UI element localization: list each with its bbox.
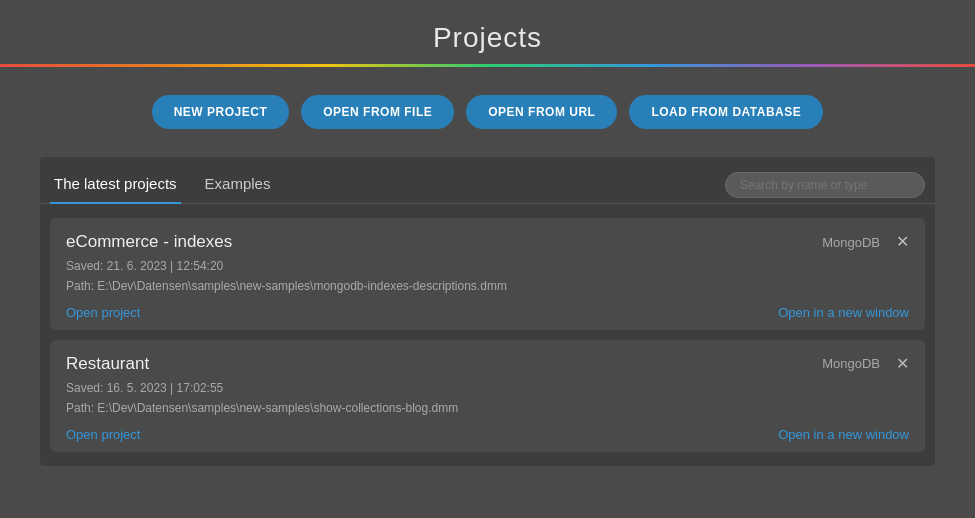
project-db: MongoDB	[822, 356, 880, 371]
project-card-header: Restaurant MongoDB ✕	[66, 354, 909, 374]
page-title: Projects	[0, 22, 975, 54]
search-input[interactable]	[725, 172, 925, 198]
project-name: eCommerce - indexes	[66, 232, 232, 252]
project-path: Path: E:\Dev\Datensen\samples\new-sample…	[66, 398, 909, 418]
new-project-button[interactable]: NEW PROJECT	[152, 95, 290, 129]
load-from-database-button[interactable]: LOAD FROM DATABASE	[629, 95, 823, 129]
project-saved: Saved: 21. 6. 2023 | 12:54:20	[66, 256, 909, 276]
project-db: MongoDB	[822, 235, 880, 250]
project-actions: Open project Open in a new window	[66, 305, 909, 320]
project-saved: Saved: 16. 5. 2023 | 17:02:55	[66, 378, 909, 398]
project-actions: Open project Open in a new window	[66, 427, 909, 442]
toolbar: NEW PROJECT OPEN FROM FILE OPEN FROM URL…	[0, 67, 975, 157]
open-from-url-button[interactable]: OPEN FROM URL	[466, 95, 617, 129]
header: Projects	[0, 0, 975, 67]
content-panel: The latest projects Examples eCommerce -…	[40, 157, 935, 466]
project-card-header: eCommerce - indexes MongoDB ✕	[66, 232, 909, 252]
project-list: eCommerce - indexes MongoDB ✕ Saved: 21.…	[40, 204, 935, 466]
project-name: Restaurant	[66, 354, 149, 374]
open-project-link[interactable]: Open project	[66, 427, 140, 442]
close-project-button[interactable]: ✕	[890, 356, 909, 372]
list-item: Restaurant MongoDB ✕ Saved: 16. 5. 2023 …	[50, 340, 925, 452]
open-project-link[interactable]: Open project	[66, 305, 140, 320]
close-project-button[interactable]: ✕	[890, 234, 909, 250]
tab-examples[interactable]: Examples	[201, 167, 275, 204]
project-meta: Saved: 21. 6. 2023 | 12:54:20 Path: E:\D…	[66, 256, 909, 297]
tabs-left: The latest projects Examples	[50, 167, 274, 203]
open-from-file-button[interactable]: OPEN FROM FILE	[301, 95, 454, 129]
tab-latest[interactable]: The latest projects	[50, 167, 181, 204]
project-db-row: MongoDB ✕	[822, 356, 909, 372]
open-new-window-link[interactable]: Open in a new window	[778, 305, 909, 320]
tabs-row: The latest projects Examples	[40, 157, 935, 204]
list-item: eCommerce - indexes MongoDB ✕ Saved: 21.…	[50, 218, 925, 330]
project-db-row: MongoDB ✕	[822, 234, 909, 250]
project-path: Path: E:\Dev\Datensen\samples\new-sample…	[66, 276, 909, 296]
open-new-window-link[interactable]: Open in a new window	[778, 427, 909, 442]
project-meta: Saved: 16. 5. 2023 | 17:02:55 Path: E:\D…	[66, 378, 909, 419]
